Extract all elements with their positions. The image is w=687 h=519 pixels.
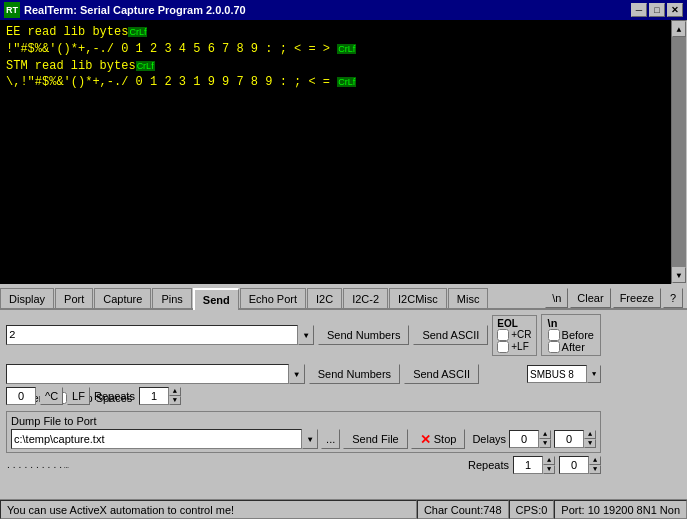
repeats-bottom-input-2[interactable] xyxy=(559,456,589,474)
repeats-bottom-spinner-1: ▲ ▼ xyxy=(513,456,555,474)
scroll-track[interactable] xyxy=(672,37,686,267)
repeats-bottom-up-1[interactable]: ▲ xyxy=(543,456,555,465)
title-bar: RT RealTerm: Serial Capture Program 2.0.… xyxy=(0,0,687,20)
send-numbers-button-1[interactable]: Send Numbers xyxy=(318,325,409,345)
nl-group: \n Before After xyxy=(541,314,601,356)
tab-pins[interactable]: Pins xyxy=(152,288,191,308)
repeats-spinner: ▲ ▼ xyxy=(139,387,181,405)
smbus-input[interactable] xyxy=(527,365,587,383)
tab-send[interactable]: Send xyxy=(193,288,239,310)
repeats-bottom-down-2[interactable]: ▼ xyxy=(589,465,601,474)
crlf-marker-3: CrLf xyxy=(136,61,155,71)
freeze-button[interactable]: Freeze xyxy=(613,288,661,308)
terminal-scrollbar[interactable]: ▲ ▼ xyxy=(671,20,687,284)
send-ascii-button-2[interactable]: Send ASCII xyxy=(404,364,479,384)
terminal-display: EE read lib bytesCrLf !"#$%&'()*+,-./ 0 … xyxy=(0,20,671,284)
tab-right-buttons: \n Clear Freeze ? xyxy=(545,288,687,308)
nl-after: After xyxy=(548,341,594,353)
app-icon: RT xyxy=(4,2,20,18)
delays-up-1[interactable]: ▲ xyxy=(539,430,551,439)
nl-after-checkbox[interactable] xyxy=(548,341,560,353)
spinner-up-button[interactable]: ▲ xyxy=(169,387,181,396)
help-button[interactable]: ? xyxy=(663,288,683,308)
nl-before-checkbox[interactable] xyxy=(548,329,560,341)
crlf-marker-2: CrLf xyxy=(337,44,356,54)
send-row-2: ▼ Send Numbers Send ASCII +LF +crc ▼ xyxy=(6,359,601,389)
delays-up-2[interactable]: ▲ xyxy=(584,430,596,439)
stop-icon: ✕ xyxy=(420,432,431,447)
stop-button[interactable]: ✕ Stop xyxy=(411,429,466,449)
send-file-button[interactable]: Send File xyxy=(343,429,407,449)
repeats-input[interactable] xyxy=(139,387,169,405)
delays-input-1[interactable] xyxy=(509,430,539,448)
tab-i2c[interactable]: I2C xyxy=(307,288,342,308)
status-char-count: Char Count:748 xyxy=(417,500,509,519)
send-input-2[interactable] xyxy=(6,364,289,384)
delays-spinner-2-btns: ▲ ▼ xyxy=(584,430,596,448)
send-input-1[interactable] xyxy=(6,325,298,345)
terminal-line-2: !"#$%&'()*+,-./ 0 1 2 3 4 5 6 7 8 9 : ; … xyxy=(6,41,665,58)
close-button[interactable]: ✕ xyxy=(667,3,683,17)
delays-down-1[interactable]: ▼ xyxy=(539,439,551,448)
terminal-wrapper: EE read lib bytesCrLf !"#$%&'()*+,-./ 0 … xyxy=(0,20,687,284)
dump-path-arrow[interactable]: ▼ xyxy=(302,429,318,449)
delays-input-2[interactable] xyxy=(554,430,584,448)
send-panel: ▼ Send Numbers Send ASCII EOL +CR +LF xyxy=(0,310,607,476)
repeats-bottom-row: ..........… Repeats ▲ ▼ ▲ ▼ xyxy=(6,456,601,474)
tab-display[interactable]: Display xyxy=(0,288,54,308)
send-numbers-button-2[interactable]: Send Numbers xyxy=(309,364,400,384)
spinner-buttons: ▲ ▼ xyxy=(169,387,181,405)
crlf-marker: CrLf xyxy=(128,27,147,37)
repeats-label: Repeats xyxy=(94,390,135,402)
small-val-input[interactable] xyxy=(6,387,36,405)
tab-port[interactable]: Port xyxy=(55,288,93,308)
ctrl-c-button[interactable]: ^C xyxy=(40,387,63,405)
terminal-line-1: EE read lib bytesCrLf xyxy=(6,24,665,41)
tab-capture[interactable]: Capture xyxy=(94,288,151,308)
eol-cr: +CR xyxy=(497,329,531,341)
status-bar: You can use ActiveX automation to contro… xyxy=(0,499,687,519)
lf-button[interactable]: LF xyxy=(67,387,90,405)
combo-arrow-2[interactable]: ▼ xyxy=(289,364,305,384)
tab-i2c-2[interactable]: I2C-2 xyxy=(343,288,388,308)
crlf-marker-4: CrLf xyxy=(337,77,356,87)
eol-cr-checkbox[interactable] xyxy=(497,329,509,341)
delays-spinner-1: ▲ ▼ xyxy=(509,430,551,448)
minimize-button[interactable]: ─ xyxy=(631,3,647,17)
clear-button[interactable]: Clear xyxy=(570,288,610,308)
dump-file-group: Dump File to Port ▼ ... Send File ✕ Stop… xyxy=(6,411,601,453)
tab-i2cmisc[interactable]: I2CMisc xyxy=(389,288,447,308)
repeats-bottom-down-1[interactable]: ▼ xyxy=(543,465,555,474)
maximize-button[interactable]: □ xyxy=(649,3,665,17)
delays-down-2[interactable]: ▼ xyxy=(584,439,596,448)
status-cps: CPS:0 xyxy=(509,500,555,519)
dump-file-title: Dump File to Port xyxy=(11,415,596,427)
repeats-bottom-input-1[interactable] xyxy=(513,456,543,474)
combo-arrow-1[interactable]: ▼ xyxy=(298,325,314,345)
spinner-down-button[interactable]: ▼ xyxy=(169,396,181,405)
tab-echo-port[interactable]: Echo Port xyxy=(240,288,306,308)
terminal-line-4: \,!"#$%&'()*+,-./ 0 1 2 3 1 9 9 7 8 9 : … xyxy=(6,74,665,91)
send-ascii-button-1[interactable]: Send ASCII xyxy=(413,325,488,345)
smbus-combo: ▼ xyxy=(527,365,601,383)
eol-lf1-label: +LF xyxy=(511,341,529,352)
nl-before-label: Before xyxy=(562,329,594,341)
repeats-bottom-label: Repeats xyxy=(468,459,509,471)
tab-misc[interactable]: Misc xyxy=(448,288,489,308)
title-bar-text: RealTerm: Serial Capture Program 2.0.0.7… xyxy=(24,4,631,16)
dump-path-combo: ▼ xyxy=(11,429,318,449)
title-bar-buttons: ─ □ ✕ xyxy=(631,3,683,17)
delays-label: Delays xyxy=(472,433,506,445)
smbus-arrow[interactable]: ▼ xyxy=(587,365,601,383)
dump-file-row: ▼ ... Send File ✕ Stop Delays ▲ ▼ xyxy=(11,429,596,449)
dump-path-input[interactable] xyxy=(11,429,302,449)
repeats-bottom-spinner-2-btns: ▲ ▼ xyxy=(589,456,601,474)
browse-button[interactable]: ... xyxy=(321,429,340,449)
scroll-down-button[interactable]: ▼ xyxy=(672,267,686,283)
send-row-1: ▼ Send Numbers Send ASCII EOL +CR +LF xyxy=(6,314,601,356)
repeats-bottom-spinner-2: ▲ ▼ xyxy=(559,456,601,474)
newline-button[interactable]: \n xyxy=(545,288,568,308)
repeats-bottom-up-2[interactable]: ▲ xyxy=(589,456,601,465)
eol-lf1-checkbox[interactable] xyxy=(497,341,509,353)
scroll-up-button[interactable]: ▲ xyxy=(672,21,686,37)
